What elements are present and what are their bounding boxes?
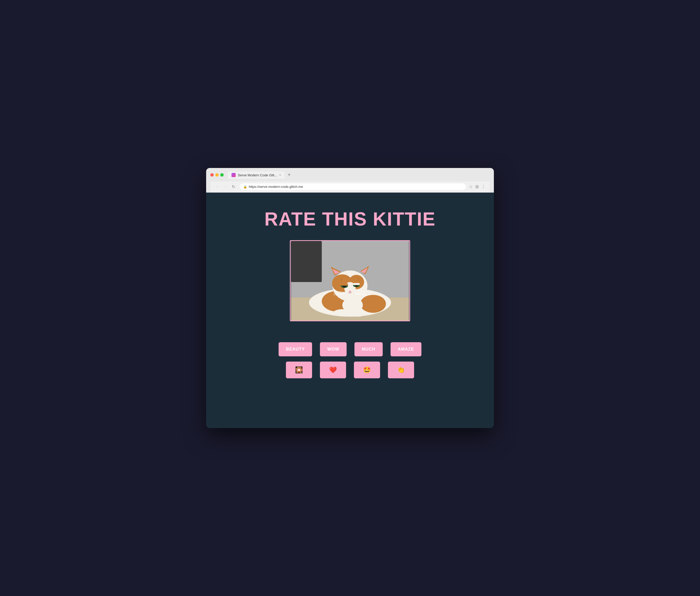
- lock-icon: 🔒: [243, 185, 247, 189]
- amaze-button[interactable]: AMAZE: [391, 342, 421, 356]
- heart-button[interactable]: ❤️: [320, 362, 346, 378]
- svg-point-6: [360, 295, 386, 313]
- url-bar[interactable]: 🔒 https://serve-modern-code.glitch.me: [240, 183, 466, 190]
- extensions-icon[interactable]: ⊞: [475, 184, 479, 189]
- address-bar: ← → ↻ 🔒 https://serve-modern-code.glitch…: [210, 181, 490, 193]
- new-tab-button[interactable]: +: [286, 171, 293, 179]
- wow-button[interactable]: WOW: [320, 342, 347, 356]
- minimize-window-button[interactable]: [215, 173, 219, 177]
- sparkle-button[interactable]: 🎇: [286, 362, 312, 378]
- reload-button[interactable]: ↻: [230, 184, 236, 190]
- title-bar: Serve Modern Code Glit... × + ← → ↻ 🔒 ht…: [206, 168, 494, 193]
- traffic-lights: [210, 173, 224, 177]
- cat-image-container: [290, 240, 410, 321]
- cat-image: [291, 241, 409, 321]
- svg-point-9: [350, 310, 366, 317]
- menu-icon[interactable]: ⋮: [481, 184, 485, 189]
- tab-close-button[interactable]: ×: [279, 173, 281, 177]
- starstruck-button[interactable]: 🤩: [354, 362, 380, 378]
- tab-bar: Serve Modern Code Glit... × +: [228, 171, 490, 179]
- url-text: https://serve-modern-code.glitch.me: [249, 185, 303, 189]
- address-actions: ☆ ⊞ ⋮: [469, 184, 485, 189]
- nav-buttons: ← → ↻: [215, 184, 236, 190]
- forward-button[interactable]: →: [222, 184, 229, 190]
- svg-rect-24: [341, 283, 348, 286]
- back-button[interactable]: ←: [215, 184, 221, 190]
- browser-window: Serve Modern Code Glit... × + ← → ↻ 🔒 ht…: [206, 168, 494, 428]
- maximize-window-button[interactable]: [220, 173, 224, 177]
- page-title: RATE THIS KITTIE: [265, 208, 436, 230]
- active-tab[interactable]: Serve Modern Code Glit... ×: [228, 171, 284, 179]
- clap-button[interactable]: 👏: [388, 362, 414, 378]
- svg-rect-25: [353, 283, 360, 285]
- svg-point-8: [333, 309, 351, 316]
- tab-favicon-icon: [231, 173, 236, 177]
- tab-title: Serve Modern Code Glit...: [238, 173, 277, 177]
- much-button[interactable]: MUCH: [354, 342, 383, 356]
- svg-rect-2: [291, 241, 322, 282]
- emoji-buttons-row: 🎇 ❤️ 🤩 👏: [286, 362, 414, 378]
- buttons-section: BEAUTY WOW MUCH AMAZE 🎇 ❤️ 🤩 👏: [279, 342, 421, 378]
- bookmark-icon[interactable]: ☆: [469, 184, 473, 189]
- beauty-button[interactable]: BEAUTY: [279, 342, 312, 356]
- text-buttons-row: BEAUTY WOW MUCH AMAZE: [279, 342, 421, 356]
- page-content: RATE THIS KITTIE: [206, 193, 494, 428]
- close-window-button[interactable]: [210, 173, 214, 177]
